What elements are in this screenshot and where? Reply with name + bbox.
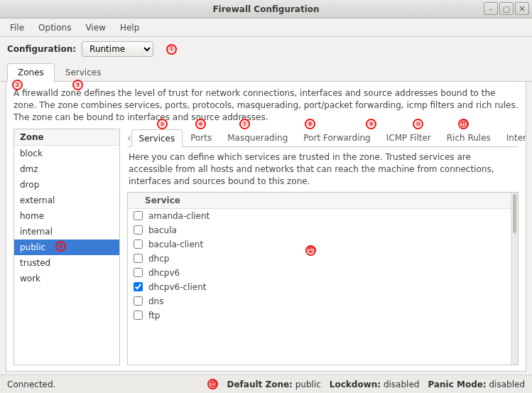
annotation-11: ⑪ bbox=[458, 119, 469, 129]
annotation-8: ⑧ bbox=[305, 119, 315, 129]
status-bar: Connected. ⑬ Default Zone: public Lockdo… bbox=[0, 375, 532, 393]
status-lockdown: Lockdown: disabled bbox=[330, 379, 420, 389]
service-label-dns: dns bbox=[148, 296, 163, 306]
service-row-dhcp: dhcp bbox=[128, 252, 511, 266]
zone-item-trusted[interactable]: trusted bbox=[14, 255, 119, 271]
annotation-3: ③ bbox=[72, 80, 83, 90]
service-checkbox-dhcpv6-client[interactable] bbox=[134, 282, 143, 291]
service-row-bacula: bacula bbox=[128, 223, 511, 237]
service-label-dhcpv6-client: dhcpv6-client bbox=[148, 282, 206, 292]
service-row-ftp: ftp bbox=[128, 308, 511, 323]
subtab-port-forwarding[interactable]: Port Forwarding bbox=[295, 129, 378, 146]
service-checkbox-dns[interactable] bbox=[134, 296, 143, 306]
service-checkbox-bacula[interactable] bbox=[134, 225, 143, 235]
status-panic-mode: Panic Mode: disabled bbox=[428, 379, 525, 389]
zone-list: Zone blockdmzdropexternalhomeinternalpub… bbox=[13, 129, 120, 365]
scrollbar-thumb[interactable] bbox=[513, 194, 516, 233]
service-label-ftp: ftp bbox=[148, 311, 160, 321]
subtab-icmp-filter[interactable]: ICMP Filter bbox=[379, 129, 439, 146]
service-checkbox-dhcp[interactable] bbox=[134, 254, 143, 263]
subtab-masquerading[interactable]: Masquerading bbox=[219, 129, 295, 146]
configuration-select[interactable]: Runtime bbox=[82, 41, 153, 57]
status-default-zone: Default Zone: public bbox=[227, 379, 320, 389]
tab-zones-label: Zones bbox=[18, 68, 44, 77]
menu-bar: File Options View Help bbox=[0, 18, 532, 37]
zone-item-internal[interactable]: internal bbox=[14, 224, 119, 239]
annotation-13: ⑬ bbox=[207, 379, 218, 389]
tab-services-label: Services bbox=[65, 68, 102, 77]
service-label-bacula-client: bacula-client bbox=[148, 239, 203, 249]
subtab-services[interactable]: Services bbox=[131, 129, 183, 147]
menu-options[interactable]: Options bbox=[33, 21, 77, 35]
sub-tabs: ‹ ServicesPortsMasqueradingPort Forwardi… bbox=[127, 129, 519, 147]
service-row-dhcpv6: dhcpv6 bbox=[128, 266, 511, 280]
service-checkbox-amanda-client[interactable] bbox=[134, 211, 143, 220]
annotation-4: ④ bbox=[55, 241, 66, 252]
annotation-2: ② bbox=[12, 80, 23, 90]
zone-item-dmz[interactable]: dmz bbox=[14, 161, 119, 177]
zone-item-work[interactable]: work bbox=[14, 271, 119, 286]
configuration-row: Configuration: Runtime ① bbox=[0, 37, 532, 61]
services-table: Service amanda-clientbaculabacula-client… bbox=[127, 192, 519, 365]
primary-tabs: Zones ② Services ③ bbox=[0, 63, 532, 82]
annotation-5: ⑤ bbox=[157, 119, 168, 129]
subtab-rich-rules[interactable]: Rich Rules bbox=[439, 129, 499, 146]
close-button[interactable]: ✕ bbox=[515, 2, 529, 15]
menu-file[interactable]: File bbox=[4, 21, 30, 35]
zone-item-drop[interactable]: drop bbox=[14, 177, 119, 193]
annotation-7: ⑦ bbox=[239, 119, 250, 129]
status-connected: Connected. bbox=[7, 379, 55, 389]
zone-item-external[interactable]: external bbox=[14, 193, 119, 208]
services-scrollbar[interactable] bbox=[511, 193, 518, 365]
annotation-6: ⑥ bbox=[195, 119, 206, 129]
service-row-dhcpv6-client: dhcpv6-client bbox=[128, 280, 511, 294]
service-row-amanda-client: amanda-client bbox=[128, 209, 511, 223]
menu-view[interactable]: View bbox=[80, 21, 111, 35]
zone-description: A firewalld zone defines the level of tr… bbox=[13, 87, 519, 123]
service-checkbox-dhcpv6[interactable] bbox=[134, 268, 143, 277]
minimize-button[interactable]: – bbox=[484, 2, 498, 15]
tab-zones[interactable]: Zones ② bbox=[7, 63, 55, 82]
tab-services[interactable]: Services ③ bbox=[55, 63, 112, 82]
subtab-ports[interactable]: Ports bbox=[183, 129, 219, 146]
services-header: Service bbox=[128, 193, 511, 209]
service-checkbox-bacula-client[interactable] bbox=[134, 239, 143, 249]
service-label-bacula: bacula bbox=[148, 225, 177, 235]
service-label-amanda-client: amanda-client bbox=[148, 211, 210, 221]
service-row-bacula-client: bacula-client bbox=[128, 237, 511, 252]
maximize-button[interactable]: ▢ bbox=[499, 2, 514, 15]
service-label-dhcpv6: dhcpv6 bbox=[148, 268, 180, 278]
annotation-1: ① bbox=[166, 44, 177, 55]
main-panel: A firewalld zone defines the level of tr… bbox=[6, 82, 526, 372]
zone-detail: ‹ ServicesPortsMasqueradingPort Forwardi… bbox=[127, 129, 519, 365]
service-label-dhcp: dhcp bbox=[148, 254, 169, 264]
title-bar: Firewall Configuration – ▢ ✕ bbox=[0, 0, 532, 18]
zone-item-home[interactable]: home bbox=[14, 208, 119, 224]
annotation-12: ⑫ bbox=[305, 245, 316, 256]
menu-help[interactable]: Help bbox=[114, 21, 145, 35]
subtab-interfaces[interactable]: Interfaces bbox=[499, 129, 526, 146]
service-row-dns: dns bbox=[128, 294, 511, 308]
zone-item-public[interactable]: public④ bbox=[14, 239, 119, 255]
zone-item-block[interactable]: block bbox=[14, 146, 119, 161]
annotation-9: ⑨ bbox=[366, 119, 376, 129]
services-description: Here you can define which services are t… bbox=[127, 147, 519, 191]
service-checkbox-ftp[interactable] bbox=[134, 311, 143, 320]
annotation-10: ⑩ bbox=[413, 119, 423, 129]
window-title: Firewall Configuration bbox=[212, 4, 319, 14]
configuration-label: Configuration: bbox=[7, 44, 76, 54]
zone-list-header: Zone bbox=[14, 129, 119, 146]
